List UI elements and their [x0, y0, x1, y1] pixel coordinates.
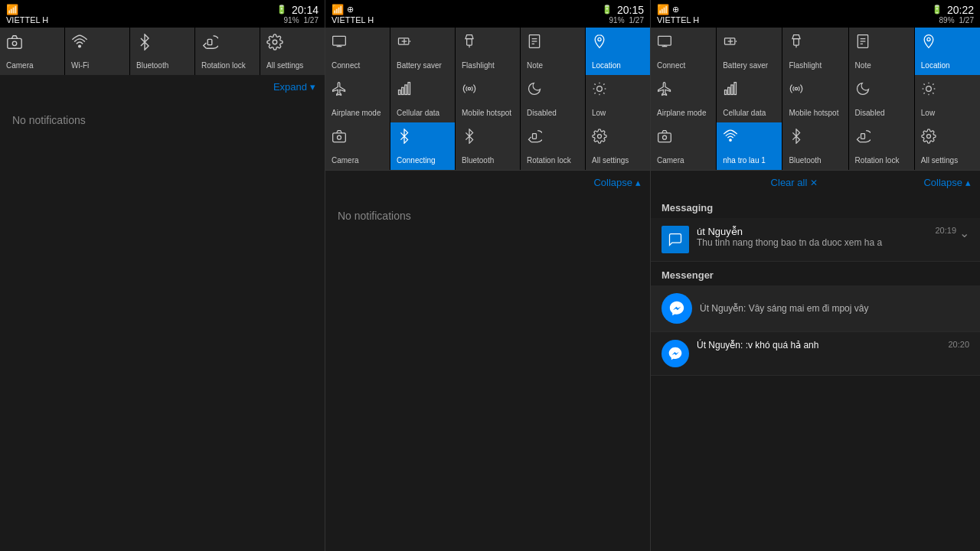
svg-line-31 — [603, 84, 604, 85]
disabled-icon-3 — [855, 81, 871, 99]
quick-btn-disabled-3[interactable]: Disabled — [849, 75, 914, 122]
expand-button-1[interactable]: Expand ▾ — [273, 81, 315, 93]
quick-btn-cellular-3[interactable]: Cellular data — [717, 75, 782, 122]
carrier-label-3: VIETTEL H — [657, 15, 699, 24]
messaging-section: Messaging út Nguyễn Thu tinh nang thong … — [651, 194, 980, 262]
quick-btn-low-2[interactable]: Low — [586, 75, 650, 122]
quick-btn-location-2[interactable]: Location — [586, 28, 650, 75]
quick-btn-airplane-3[interactable]: Airplane mode — [651, 75, 716, 122]
messenger-big-item[interactable]: Út Nguyễn: Vây sáng mai em đi mpoj vây — [651, 285, 980, 332]
quick-btn-settings-1[interactable]: All settings — [260, 28, 325, 75]
messaging-time: 20:19 — [935, 226, 956, 235]
quick-btn-rotation3[interactable]: Rotation lock — [849, 122, 914, 170]
cellular-icon-2 — [397, 81, 412, 99]
camera2-icon-2 — [332, 129, 347, 146]
svg-rect-32 — [333, 133, 346, 142]
quick-btn-wifi-1[interactable]: Wi-Fi — [65, 28, 129, 75]
quick-btn-note-3[interactable]: Note — [849, 28, 914, 75]
messaging-text: Thu tinh nang thong bao tn da duoc xem h… — [697, 237, 929, 248]
settings2-label-2: All settings — [592, 156, 629, 165]
quick-btn-airplane-2[interactable]: Airplane mode — [325, 75, 390, 122]
quick-btn-disabled-2[interactable]: Disabled — [521, 75, 585, 122]
quick-btn-low-3[interactable]: Low — [915, 75, 980, 122]
expand-bar-1: Expand ▾ — [0, 75, 325, 99]
connecting-label-2: Connecting — [397, 156, 436, 165]
quick-btn-hotspot-2[interactable]: Mobile hotspot — [456, 75, 520, 122]
quick-btn-connect-3[interactable]: Connect — [651, 28, 716, 75]
rotation2-icon-2 — [527, 129, 542, 146]
svg-rect-21 — [408, 83, 410, 95]
quick-btn-battery-2[interactable]: Battery saver — [390, 28, 455, 75]
camera3-icon — [657, 129, 672, 146]
note-label-3: Note — [855, 61, 871, 70]
quick-btn-rotation-1[interactable]: Rotation lock — [195, 28, 260, 75]
svg-point-53 — [795, 87, 798, 90]
svg-rect-34 — [533, 134, 537, 139]
svg-rect-66 — [861, 134, 864, 139]
low-icon-2 — [592, 81, 607, 99]
quick-grid-1: Camera Wi-Fi Bluetooth Rotation lock — [0, 28, 325, 75]
location-label-3: Location — [921, 61, 950, 70]
connect-icon-2 — [332, 34, 347, 51]
svg-rect-52 — [734, 83, 737, 95]
quick-btn-bluetooth-1[interactable]: Bluetooth — [130, 28, 194, 75]
no-notifications-2: No notifications — [325, 194, 650, 237]
quick-btn-hotspot-3[interactable]: Mobile hotspot — [782, 75, 848, 122]
quick-btn-camera2-2[interactable]: Camera — [325, 122, 390, 170]
svg-point-17 — [598, 37, 601, 41]
quick-btn-cellular-2[interactable]: Cellular data — [390, 75, 455, 122]
quick-btn-bluetooth3[interactable]: Bluetooth — [782, 122, 848, 170]
airplane-icon-2 — [332, 81, 347, 99]
quick-btn-bluetooth2-2[interactable]: Bluetooth — [456, 122, 520, 170]
camera-label-1: Camera — [6, 61, 34, 70]
collapse-button-2[interactable]: Collapse ▴ — [593, 177, 641, 188]
settings2-icon-2 — [592, 129, 607, 146]
svg-point-1 — [12, 41, 17, 46]
action-bar-3: x Clear all ✕ Collapse ▴ — [651, 170, 980, 194]
svg-rect-20 — [405, 85, 407, 95]
connect-label-2: Connect — [332, 61, 360, 70]
quick-btn-rotation2-2[interactable]: Rotation lock — [521, 122, 585, 170]
hotspot-icon-3 — [789, 81, 804, 99]
messenger-title: Messenger — [662, 269, 714, 281]
low-icon-3 — [921, 81, 936, 99]
svg-point-33 — [338, 135, 341, 139]
expand-label-1: Expand — [273, 81, 307, 93]
svg-rect-18 — [399, 90, 401, 95]
messenger-notif-item-2[interactable]: Út Nguyễn: :v khó quá hả anh 20:20 — [651, 332, 980, 376]
hotspot-label-3: Mobile hotspot — [789, 109, 838, 118]
svg-rect-36 — [658, 36, 671, 45]
panel-3: 📶 ⊕ VIETTEL H 🔋 20:22 89% 1/27 Connect — [651, 0, 980, 551]
quick-grid-3-row3: Camera nha tro lau 1 Bluetooth Rotation … — [651, 122, 980, 170]
quick-btn-connecting-2[interactable]: Connecting — [390, 122, 455, 170]
svg-rect-5 — [333, 36, 346, 45]
quick-btn-camera-1[interactable]: Camera — [0, 28, 64, 75]
quick-btn-note-2[interactable]: Note — [521, 28, 585, 75]
svg-point-64 — [663, 135, 667, 139]
quick-btn-settings2-2[interactable]: All settings — [586, 122, 650, 170]
messaging-sender: út Nguyễn — [697, 226, 929, 237]
collapse-button-3b[interactable]: Collapse ▴ — [923, 177, 971, 188]
quick-btn-settings3[interactable]: All settings — [915, 122, 980, 170]
quick-btn-connect-2[interactable]: Connect — [325, 28, 390, 75]
collapse-bar-2: Collapse ▴ — [325, 170, 650, 194]
quick-btn-camera3[interactable]: Camera — [651, 122, 716, 170]
quick-btn-flashlight-2[interactable]: Flashlight — [456, 28, 520, 75]
quick-btn-nhatrolau-3[interactable]: nha tro lau 1 — [717, 122, 782, 170]
clear-all-button-3[interactable]: Clear all ✕ — [771, 177, 818, 188]
quick-btn-location-3[interactable]: Location — [915, 28, 980, 75]
battery-icon-2: 🔋 — [602, 5, 612, 15]
connect-label-3: Connect — [657, 61, 685, 70]
messaging-notif-item[interactable]: út Nguyễn Thu tinh nang thong bao tn da … — [651, 218, 980, 262]
camera-icon-1 — [6, 34, 23, 53]
note-label-2: Note — [527, 61, 543, 70]
airplane-label-3: Airplane mode — [657, 109, 706, 118]
quick-btn-battery-3[interactable]: Battery saver — [717, 28, 782, 75]
collapse-label-2: Collapse — [593, 177, 632, 188]
expand-notif-icon[interactable]: ⌄ — [959, 226, 969, 240]
quick-btn-flashlight-3[interactable]: Flashlight — [782, 28, 848, 75]
bluetooth3-icon — [789, 129, 804, 146]
svg-point-35 — [598, 135, 602, 139]
svg-rect-63 — [658, 133, 671, 142]
rotation3-icon — [855, 129, 871, 146]
